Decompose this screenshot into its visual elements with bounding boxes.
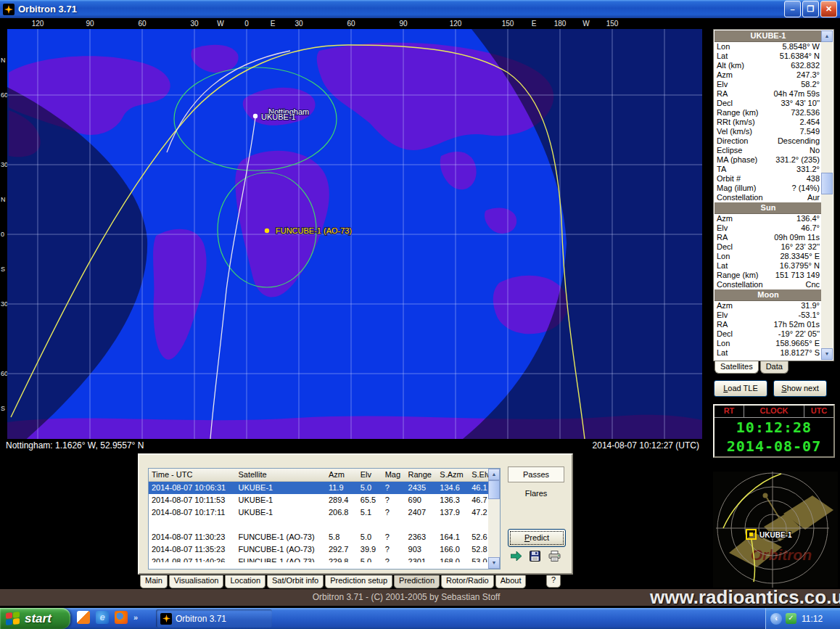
quick-launch-overflow-chevron[interactable]: »: [133, 613, 138, 622]
column-header[interactable]: Satellite: [235, 469, 325, 481]
info-row[interactable]: Elv46.7°: [715, 223, 822, 233]
info-row[interactable]: Range (km)151 713 149: [715, 271, 822, 280]
info-row[interactable]: Decl33° 43' 10'': [715, 99, 822, 108]
info-row[interactable]: RRt (km/s)2.454: [715, 118, 822, 127]
close-button[interactable]: ✕: [820, 1, 837, 17]
info-row[interactable]: EclipseNo: [715, 146, 822, 155]
column-header[interactable]: Mag: [382, 469, 405, 481]
internet-explorer-icon[interactable]: e: [96, 611, 109, 624]
info-row[interactable]: Lon28.3345° E: [715, 252, 822, 261]
info-row[interactable]: Decl-19° 22' 05'': [715, 329, 822, 339]
info-value: 136.4°: [796, 214, 820, 223]
world-map[interactable]: Nottingham UKUBE-1 FUNCUBE-1 (AO-73): [7, 29, 702, 439]
table-row[interactable]: [149, 519, 500, 531]
info-value: 09h 09m 11s: [774, 233, 820, 242]
tab-data[interactable]: Data: [760, 361, 788, 374]
info-row[interactable]: Mag (illum)? (14%): [715, 184, 822, 193]
table-row[interactable]: 2014-08-07 10:11:53UKUBE-1289.465.5?6901…: [149, 494, 500, 506]
info-row[interactable]: Decl16° 23' 32'': [715, 242, 822, 252]
column-header[interactable]: Range: [405, 469, 437, 481]
info-row[interactable]: TA331.2°: [715, 165, 822, 174]
info-row[interactable]: Azm136.4°: [715, 214, 822, 223]
tray-collapse-icon[interactable]: ‹: [770, 613, 782, 625]
orbitron-task-icon: [160, 613, 172, 625]
passes-scroll-down[interactable]: ▼: [488, 557, 500, 569]
info-row[interactable]: RA09h 09m 11s: [715, 233, 822, 242]
info-row[interactable]: Orbit #438: [715, 174, 822, 184]
radar-display[interactable]: Orbitron UKUBE-1: [713, 472, 838, 588]
tab-about[interactable]: About: [495, 575, 527, 588]
info-row[interactable]: Azm247.3°: [715, 70, 822, 80]
info-row[interactable]: Lon5.8548° W: [715, 42, 822, 52]
column-header[interactable]: S.Azm: [437, 469, 469, 481]
tab-rotor-radio[interactable]: Rotor/Radio: [441, 575, 494, 588]
scroll-up-button[interactable]: ▲: [821, 30, 833, 42]
info-row[interactable]: MA (phase)331.2° (235): [715, 155, 822, 165]
passes-scroll-thumb[interactable]: [488, 480, 500, 499]
lon-scale-label: 30: [190, 20, 198, 28]
orbitron-app-icon: [3, 4, 15, 15]
clock-mode-rt[interactable]: RT: [715, 406, 744, 417]
tab-satellites[interactable]: Satellites: [715, 361, 759, 374]
tab-prediction[interactable]: Prediction: [394, 575, 440, 588]
tab-visualisation[interactable]: Visualisation: [169, 575, 224, 588]
info-row[interactable]: Elv-53.1°: [715, 311, 822, 320]
info-row[interactable]: RA17h 52m 01s: [715, 320, 822, 329]
go-arrow-icon[interactable]: [511, 551, 522, 561]
load-tle-button[interactable]: Load TLE: [714, 380, 767, 397]
tray-status-icon[interactable]: ✓: [786, 613, 796, 624]
minimize-button[interactable]: –: [784, 1, 801, 17]
column-header[interactable]: Elv: [358, 469, 382, 481]
taskbar-orbitron-button[interactable]: Orbitron 3.71: [156, 609, 272, 628]
clock-mode-clock[interactable]: CLOCK: [744, 406, 804, 417]
info-row[interactable]: Lat16.3795° N: [715, 261, 822, 271]
tab-sat-orbit-info[interactable]: Sat/Orbit info: [267, 575, 324, 588]
info-row[interactable]: RA04h 47m 59s: [715, 89, 822, 99]
quick-launch-app-icon[interactable]: [77, 611, 90, 624]
tab-main[interactable]: Main: [140, 575, 168, 588]
show-next-button[interactable]: Show next: [773, 380, 827, 397]
ukube1-dot[interactable]: [253, 114, 258, 118]
table-row[interactable]: 2014-08-07 11:30:23FUNCUBE-1 (AO-73)5.85…: [149, 531, 500, 543]
passes-table-header[interactable]: Time - UTCSatelliteAzmElvMagRangeS.AzmS.…: [149, 469, 500, 482]
info-row[interactable]: Alt (km)632.832: [715, 61, 822, 70]
funcube1-dot[interactable]: [265, 229, 269, 233]
tab-location[interactable]: Location: [225, 575, 265, 588]
column-header[interactable]: Time - UTC: [149, 469, 235, 481]
print-icon[interactable]: [548, 551, 561, 562]
table-cell: 5.1: [358, 506, 382, 519]
start-button[interactable]: start: [0, 608, 70, 629]
table-row[interactable]: 2014-08-07 11:35:23FUNCUBE-1 (AO-73)292.…: [149, 543, 500, 556]
table-row[interactable]: 2014-08-07 10:17:11UKUBE-1206.85.1?24071…: [149, 506, 500, 519]
passes-scroll-up[interactable]: ▲: [488, 469, 500, 480]
info-row[interactable]: Range (km)732.536: [715, 108, 822, 118]
flares-mode[interactable]: Flares: [508, 489, 564, 498]
scroll-down-button[interactable]: ▼: [821, 348, 833, 360]
info-row[interactable]: Lat51.6384° N: [715, 52, 822, 61]
clock-mode-utc[interactable]: UTC: [804, 406, 833, 417]
scroll-thumb[interactable]: [821, 173, 833, 194]
info-row[interactable]: Lat18.8127° S: [715, 348, 822, 358]
info-row[interactable]: Vel (km/s)7.549: [715, 127, 822, 136]
info-row[interactable]: Lon158.9665° E: [715, 339, 822, 348]
passes-scrollbar[interactable]: ▲ ▼: [488, 469, 500, 569]
info-row[interactable]: DirectionDescending: [715, 136, 822, 146]
save-icon[interactable]: [530, 551, 540, 562]
column-header[interactable]: Azm: [326, 469, 358, 481]
window-titlebar[interactable]: Orbitron 3.71 – ❐ ✕: [0, 0, 840, 18]
table-row[interactable]: 2014-08-07 11:40:26FUNCUBE-1 (AO-73)229.…: [149, 556, 500, 562]
passes-table[interactable]: Time - UTCSatelliteAzmElvMagRangeS.AzmS.…: [148, 468, 501, 570]
info-row[interactable]: ConstellationAur: [715, 193, 822, 202]
info-row[interactable]: ConstellationCnc: [715, 280, 822, 289]
predict-button[interactable]: Predict: [508, 529, 566, 547]
info-row[interactable]: Elv58.2°: [715, 80, 822, 89]
passes-mode[interactable]: Passes: [508, 466, 564, 482]
info-scrollbar[interactable]: ▲ ▼: [821, 30, 833, 360]
table-cell: 206.8: [326, 506, 358, 519]
info-row[interactable]: Azm31.9°: [715, 301, 822, 311]
table-row[interactable]: 2014-08-07 10:06:31UKUBE-111.95.0?243513…: [149, 482, 500, 494]
firefox-icon[interactable]: [115, 611, 128, 624]
help-tab[interactable]: ?: [546, 575, 561, 588]
tab-prediction-setup[interactable]: Prediction setup: [325, 575, 392, 588]
restore-button[interactable]: ❐: [802, 1, 819, 17]
